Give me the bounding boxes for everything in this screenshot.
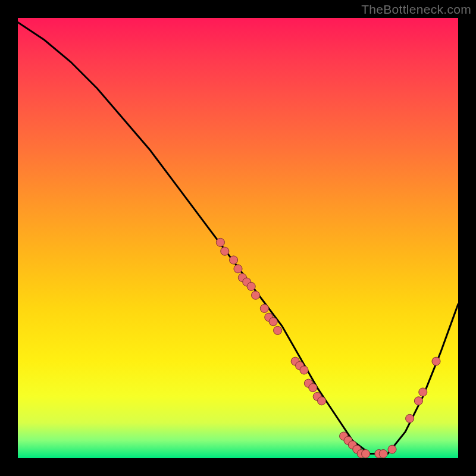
data-marker [269, 318, 277, 326]
chart-frame: TheBottleneck.com [0, 0, 476, 476]
data-marker [252, 291, 260, 299]
data-marker [260, 304, 268, 312]
marker-group [216, 238, 440, 458]
plot-area [18, 18, 458, 458]
data-marker [432, 357, 440, 365]
data-marker [388, 445, 396, 453]
data-marker [234, 265, 242, 273]
data-marker [318, 397, 326, 405]
data-marker [247, 282, 255, 290]
chart-svg [18, 18, 458, 458]
data-marker [216, 238, 224, 246]
data-marker [230, 256, 238, 264]
data-marker [379, 450, 387, 458]
data-marker [406, 414, 414, 422]
data-marker [274, 326, 282, 334]
data-marker [419, 388, 427, 396]
data-marker [309, 384, 317, 392]
data-marker [362, 450, 370, 458]
data-marker [300, 366, 308, 374]
data-marker [221, 247, 229, 255]
watermark-text: TheBottleneck.com [361, 2, 471, 17]
data-marker [414, 397, 422, 405]
bottleneck-curve [18, 22, 458, 453]
